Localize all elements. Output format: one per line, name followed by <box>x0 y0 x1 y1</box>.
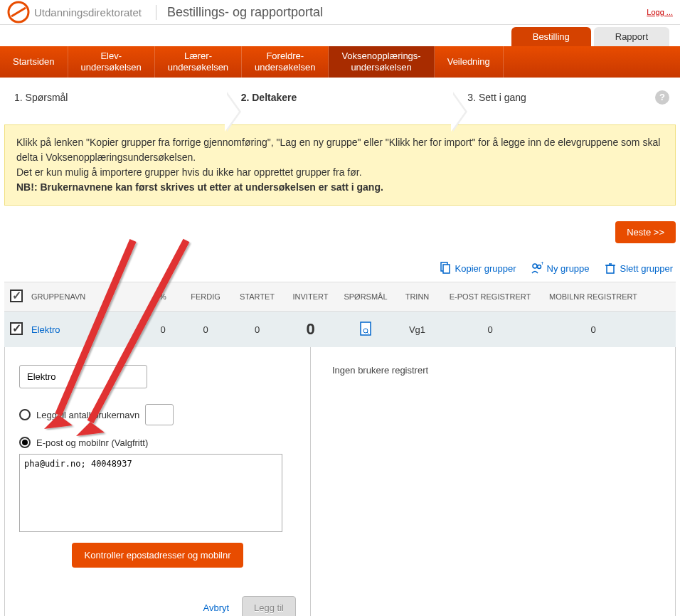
help-icon[interactable]: ? <box>655 90 669 105</box>
select-all-checkbox[interactable] <box>10 290 23 302</box>
nav-elev[interactable]: Elev-undersøkelsen <box>68 46 155 78</box>
no-users-text: Ingen brukere registrert <box>332 365 428 376</box>
email-mobile-textarea[interactable]: pha@udir.no; 40048937 <box>19 454 282 532</box>
count-input[interactable] <box>145 404 174 425</box>
users-panel: Ingen brukere registrert <box>311 347 675 616</box>
nav-veiledning[interactable]: Veiledning <box>435 46 504 78</box>
radio-row-count: Legg til antall brukernavn <box>19 404 296 425</box>
svg-line-1 <box>11 8 26 16</box>
neste-button[interactable]: Neste >> <box>615 221 676 243</box>
group-name-link[interactable]: Elektro <box>31 324 145 335</box>
cell-ferdig: 0 <box>181 324 230 335</box>
th-sporsmal: SPØRSMÅL <box>337 292 394 301</box>
info-box: Klikk på lenken "Kopier grupper fra forr… <box>4 124 676 206</box>
add-group-icon: + <box>531 262 543 275</box>
kopier-grupper-link[interactable]: Kopier grupper <box>439 262 516 275</box>
wizard-steps: 1. Spørsmål 2. Deltakere 3. Sett i gang … <box>0 78 680 117</box>
step-1[interactable]: 1. Spørsmål <box>0 92 227 103</box>
top-tab-row: Bestilling Rapport <box>0 25 680 46</box>
nav-laerer[interactable]: Lærer-undersøkelsen <box>155 46 242 78</box>
document-icon <box>360 322 371 336</box>
th-trinn: TRINN <box>394 292 440 301</box>
kontroller-button[interactable]: Kontroller epostadresser og mobilnr <box>72 543 244 568</box>
header-right: Logg ... <box>647 8 673 16</box>
cell-invitert: 0 <box>284 320 337 339</box>
tab-bestilling[interactable]: Bestilling <box>511 27 591 46</box>
next-row: Neste >> <box>0 213 680 249</box>
radio-row-email: E-post og mobilnr (Valgfritt) <box>19 437 296 448</box>
th-pct: % <box>145 292 181 301</box>
avbryt-link[interactable]: Avbryt <box>203 602 229 613</box>
cell-trinn: Vg1 <box>394 324 440 335</box>
info-line-2: Det er kun mulig å importere grupper hvi… <box>16 165 664 180</box>
copy-icon <box>439 262 452 275</box>
cell-sporsmal[interactable] <box>337 322 394 338</box>
logg-link[interactable]: Logg ... <box>647 8 673 16</box>
th-invitert: INVITERT <box>284 292 337 301</box>
group-actions: Kopier grupper + Ny gruppe Slett grupper <box>0 249 680 282</box>
radio-email-mobile[interactable] <box>19 437 31 448</box>
slett-grupper-link[interactable]: Slett grupper <box>604 262 673 275</box>
groups-table: GRUPPENAVN % FERDIG STARTET INVITERT SPØ… <box>4 282 676 347</box>
detail-panel: Legg til antall brukernavn E-post og mob… <box>4 347 676 616</box>
nav-voksen[interactable]: Voksenopplærings-undersøkelsen <box>329 46 434 78</box>
trash-icon <box>604 262 617 275</box>
radio-email-label: E-post og mobilnr (Valgfritt) <box>36 437 148 448</box>
step-2[interactable]: 2. Deltakere <box>227 92 454 103</box>
logo-area: Utdanningsdirektoratet <box>7 1 142 23</box>
nav-startsiden[interactable]: Startsiden <box>0 46 68 78</box>
ny-gruppe-link[interactable]: + Ny gruppe <box>531 262 590 275</box>
th-ferdig: FERDIG <box>181 292 230 301</box>
cell-epost: 0 <box>440 324 540 335</box>
radio-count-label: Legg til antall brukernavn <box>36 410 139 420</box>
table-row: Elektro 0 0 0 0 Vg1 0 0 <box>4 312 676 347</box>
th-gruppenavn: GRUPPENAVN <box>31 292 145 301</box>
nav-foreldre[interactable]: Foreldre-undersøkelsen <box>242 46 329 78</box>
info-line-1: Klikk på lenken "Kopier grupper fra forr… <box>16 135 664 165</box>
leggtil-button: Legg til <box>242 596 296 616</box>
th-mobil: MOBILNR REGISTRERT <box>540 292 647 301</box>
header-bar: Utdanningsdirektoratet Bestillings- og r… <box>0 0 680 25</box>
org-name: Utdanningsdirektoratet <box>34 6 142 18</box>
main-nav: Startsiden Elev-undersøkelsen Lærer-unde… <box>0 46 680 78</box>
cell-pct: 0 <box>145 324 181 335</box>
portal-title: Bestillings- og rapportportal <box>156 5 323 20</box>
th-epost: E-POST REGISTRERT <box>440 292 540 301</box>
svg-text:+: + <box>541 262 543 267</box>
cell-startet: 0 <box>230 324 284 335</box>
step-3[interactable]: 3. Sett i gang <box>453 92 680 103</box>
th-startet: STARTET <box>230 292 284 301</box>
group-name-input[interactable] <box>19 365 147 388</box>
svg-rect-7 <box>607 265 614 273</box>
svg-point-4 <box>533 264 537 268</box>
table-header: GRUPPENAVN % FERDIG STARTET INVITERT SPØ… <box>4 282 676 312</box>
svg-rect-3 <box>443 265 450 273</box>
row-checkbox[interactable] <box>10 322 23 335</box>
logo-icon <box>7 1 30 23</box>
group-form: Legg til antall brukernavn E-post og mob… <box>5 347 311 616</box>
radio-add-count[interactable] <box>19 409 31 420</box>
info-line-3: NB!: Brukernavnene kan først skrives ut … <box>16 181 383 193</box>
cell-mobil: 0 <box>540 324 647 335</box>
tab-rapport[interactable]: Rapport <box>594 27 669 46</box>
